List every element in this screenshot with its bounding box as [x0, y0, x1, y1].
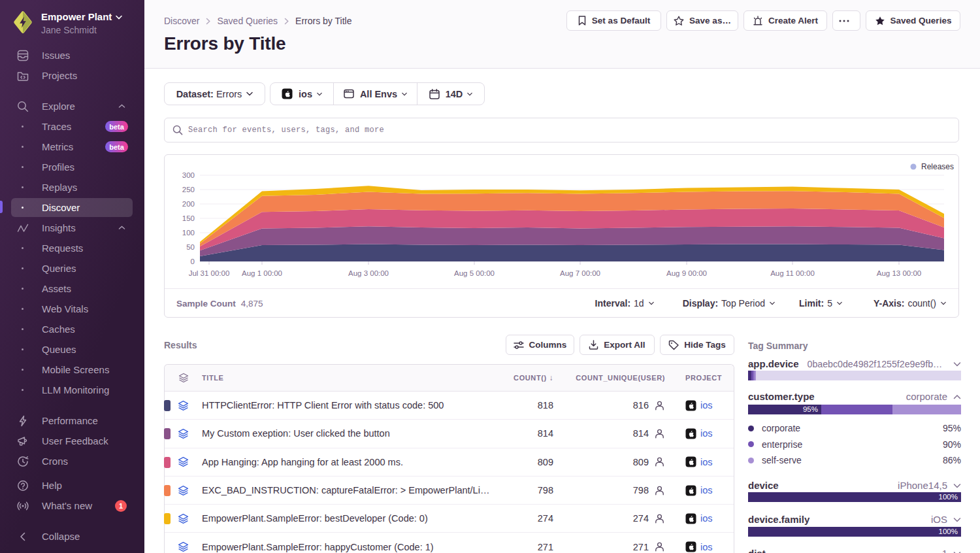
svg-text:250: 250 [182, 186, 195, 193]
svg-text:Aug 1 00:00: Aug 1 00:00 [242, 269, 282, 277]
svg-text:0: 0 [191, 258, 195, 265]
svg-text:Aug 5 00:00: Aug 5 00:00 [454, 269, 495, 277]
svg-text:Jul 31 00:00: Jul 31 00:00 [189, 269, 230, 277]
svg-text:Aug 11 00:00: Aug 11 00:00 [770, 269, 815, 277]
svg-text:100: 100 [182, 229, 195, 237]
svg-text:Aug 7 00:00: Aug 7 00:00 [560, 269, 600, 277]
svg-text:Aug 9 00:00: Aug 9 00:00 [666, 269, 707, 277]
svg-text:Releases: Releases [921, 162, 954, 171]
svg-text:50: 50 [186, 243, 195, 251]
svg-text:300: 300 [182, 171, 195, 179]
svg-text:150: 150 [182, 214, 195, 222]
svg-text:Aug 3 00:00: Aug 3 00:00 [348, 269, 389, 277]
svg-text:200: 200 [182, 200, 195, 208]
svg-text:Aug 13 00:00: Aug 13 00:00 [877, 269, 921, 277]
